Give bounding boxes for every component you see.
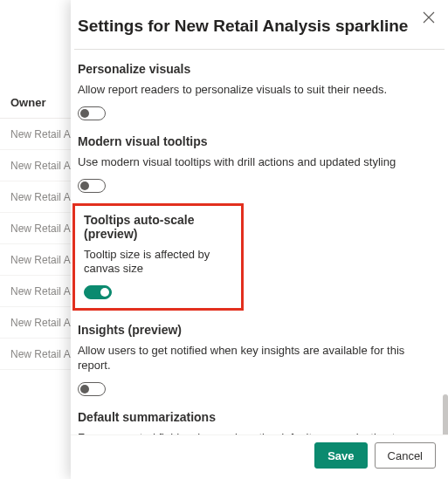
section-desc: Allow report readers to personalize visu…: [78, 83, 439, 98]
toggle-personalize-visuals[interactable]: [78, 106, 106, 120]
panel-header: Settings for New Retail Analysis sparkli…: [71, 0, 448, 49]
panel-title: Settings for New Retail Analysis sparkli…: [78, 16, 431, 37]
toggle-modern-tooltips[interactable]: [78, 179, 106, 193]
list-item[interactable]: New Retail Ana: [0, 119, 73, 150]
settings-panel: Settings for New Retail Analysis sparkli…: [71, 0, 448, 479]
section-heading: Tooltips auto-scale (preview): [84, 213, 232, 241]
section-personalize-visuals: Personalize visuals Allow report readers…: [78, 55, 439, 127]
scrollbar-thumb[interactable]: [443, 394, 448, 435]
list-item[interactable]: New Retail Ana: [0, 307, 73, 339]
background-list: Owner New Retail Ana New Retail Ana New …: [0, 0, 73, 479]
section-default-summarizations: Default summarizations For aggregated fi…: [78, 403, 439, 435]
cancel-button[interactable]: Cancel: [375, 442, 436, 469]
list-item[interactable]: New Retail Ana: [0, 213, 73, 244]
section-modern-tooltips: Modern visual tooltips Use modern visual…: [78, 127, 439, 200]
section-heading: Insights (preview): [78, 323, 439, 337]
section-desc: Allow users to get notified when key ins…: [78, 344, 439, 373]
close-icon: [423, 11, 435, 24]
column-header-owner[interactable]: Owner: [0, 87, 73, 119]
section-desc: For aggregated fields, always show the d…: [78, 431, 439, 435]
list-item[interactable]: New Retail Ana: [0, 276, 73, 307]
toggle-insights[interactable]: [78, 382, 106, 396]
list-item[interactable]: New Retail Ana: [0, 339, 73, 370]
highlight-box: Tooltips auto-scale (preview) Tooltip si…: [72, 203, 244, 311]
section-insights: Insights (preview) Allow users to get no…: [78, 316, 439, 403]
save-button[interactable]: Save: [314, 442, 367, 469]
close-button[interactable]: [420, 9, 438, 26]
section-heading: Default summarizations: [78, 410, 439, 424]
panel-body: Personalize visuals Allow report readers…: [71, 50, 448, 435]
list-item[interactable]: New Retail Ana: [0, 244, 73, 276]
section-desc: Tooltip size is affected by canvas size: [84, 248, 232, 277]
section-heading: Personalize visuals: [78, 62, 439, 76]
list-item[interactable]: New Retail Ana: [0, 181, 73, 213]
section-desc: Use modern visual tooltips with drill ac…: [78, 155, 439, 170]
panel-footer: Save Cancel: [71, 435, 448, 479]
section-heading: Modern visual tooltips: [78, 134, 439, 148]
toggle-tooltips-autoscale[interactable]: [84, 285, 112, 299]
list-item[interactable]: New Retail Ana: [0, 150, 73, 181]
